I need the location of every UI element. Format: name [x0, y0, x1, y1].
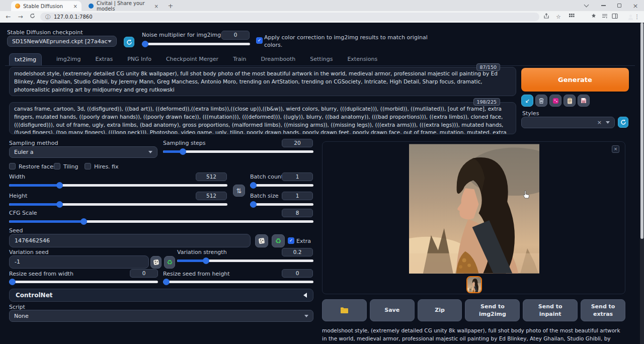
extra-seed-checkbox[interactable] — [288, 237, 294, 244]
share-icon[interactable] — [542, 13, 550, 21]
random-seed-button[interactable] — [255, 234, 268, 247]
tab-img2img[interactable]: img2img — [56, 56, 81, 65]
reuse-variation-seed-button[interactable]: ♻ — [164, 256, 175, 269]
height-slider[interactable] — [9, 201, 227, 208]
forward-icon[interactable]: → — [16, 13, 25, 21]
restore-faces-checkbox[interactable] — [9, 163, 16, 169]
tab-txt2img[interactable]: txt2img — [9, 53, 42, 65]
sampling-steps-slider[interactable] — [163, 148, 313, 155]
site-info-icon[interactable]: ⓘ — [45, 14, 50, 21]
tiling-checkbox[interactable] — [54, 163, 60, 169]
swap-width-height-button[interactable]: ⇅ — [233, 185, 245, 197]
bookmark-star-icon[interactable]: ☆ — [554, 13, 562, 21]
tab-checkpoint-merger[interactable]: Checkpoint Merger — [166, 56, 218, 65]
sampling-steps-value[interactable]: 20 — [282, 139, 313, 147]
save-style-button[interactable] — [578, 95, 590, 107]
batch-size-slider[interactable] — [250, 201, 313, 208]
refresh-icon — [126, 39, 132, 45]
style-copy-button[interactable] — [564, 95, 576, 107]
reload-icon[interactable] — [28, 13, 37, 21]
address-bar[interactable]: ⓘ 127.0.0.1:7860 — [40, 13, 539, 21]
open-folder-button[interactable] — [322, 299, 367, 321]
variation-strength-slider[interactable] — [177, 257, 313, 264]
save-button[interactable]: Save — [370, 299, 415, 321]
tab-extensions[interactable]: Extensions — [347, 56, 377, 65]
gallery-thumbnail[interactable] — [466, 276, 482, 293]
back-icon[interactable]: ← — [4, 13, 13, 21]
cfg-scale-slider[interactable] — [9, 218, 313, 225]
resize-seed-height-label: Resize seed from height — [163, 271, 230, 277]
prompt-tool-buttons: ↙ — [521, 95, 590, 107]
color-correction-checkbox[interactable] — [256, 37, 263, 44]
checkpoint-refresh-button[interactable] — [124, 37, 134, 47]
variation-strength-value[interactable]: 0.2 — [282, 248, 313, 256]
styles-refresh-button[interactable] — [618, 117, 628, 128]
tab-extras[interactable]: Extras — [95, 56, 113, 65]
zip-button[interactable]: Zip — [418, 299, 462, 321]
browser-tab-stable-diffusion[interactable]: Stable Diffusion × — [11, 1, 82, 11]
clear-prompt-button[interactable] — [535, 95, 547, 107]
send-to-extras-button[interactable]: Send to extras — [581, 299, 625, 321]
script-dropdown[interactable]: None — [9, 310, 313, 322]
variation-seed-input[interactable]: -1 — [9, 255, 149, 269]
resize-seed-height-slider[interactable] — [163, 279, 313, 285]
sampling-method-dropdown[interactable]: Euler a — [9, 146, 157, 158]
batch-size-value[interactable]: 1 — [282, 192, 313, 200]
width-value[interactable]: 512 — [196, 173, 227, 181]
tab-png-info[interactable]: PNG Info — [127, 56, 151, 65]
generate-button[interactable]: Generate — [521, 68, 629, 92]
random-variation-seed-button[interactable] — [150, 256, 162, 269]
send-to-img2img-button[interactable]: Send to img2img — [465, 299, 520, 321]
reuse-seed-button[interactable]: ♻ — [272, 234, 285, 247]
resize-seed-height-value[interactable]: 0 — [282, 269, 313, 278]
batch-count-value[interactable]: 1 — [282, 173, 313, 181]
styles-clear-icon[interactable] — [597, 119, 602, 126]
send-to-inpaint-button[interactable]: Send to inpaint — [523, 299, 578, 321]
generated-image[interactable] — [409, 144, 539, 274]
tab-dreambooth[interactable]: Dreambooth — [261, 56, 296, 65]
tab-close-icon[interactable]: × — [154, 4, 158, 9]
variation-seed-label: Variation seed — [9, 249, 49, 255]
batch-count-slider[interactable] — [250, 182, 313, 189]
window-close-button[interactable]: × — [628, 0, 643, 11]
noise-multiplier-slider[interactable] — [142, 41, 250, 47]
extension-blue-icon[interactable] — [579, 13, 587, 21]
screen: Stable Diffusion × Civitai | Share your … — [0, 0, 644, 344]
resize-seed-width-value[interactable]: 0 — [130, 269, 158, 278]
resize-seed-width-slider[interactable] — [9, 279, 158, 285]
prompt-input[interactable]: modelshoot style, (extremely detailed CG… — [9, 67, 516, 96]
extensions-puzzle-icon[interactable] — [590, 13, 598, 21]
paste-params-button[interactable]: ↙ — [521, 95, 533, 107]
gallery-close-button[interactable] — [612, 145, 619, 153]
tab-train[interactable]: Train — [233, 56, 246, 65]
style-apply-button[interactable] — [549, 95, 561, 107]
styles-dropdown[interactable] — [521, 117, 615, 128]
window-menu-chevron-icon[interactable] — [579, 0, 594, 11]
tab-settings[interactable]: Settings — [310, 56, 333, 65]
folder-icon — [340, 307, 349, 314]
apps-grid-icon[interactable] — [568, 13, 576, 21]
cfg-scale-value[interactable]: 8 — [282, 209, 313, 217]
reading-list-icon[interactable] — [601, 13, 609, 21]
tab-close-icon[interactable]: × — [73, 4, 77, 9]
page-scrollbar[interactable] — [640, 23, 644, 344]
browser-menu-dots-icon[interactable]: ⋮ — [633, 13, 641, 21]
browser-tab-civitai[interactable]: Civitai | Share your models × — [85, 1, 163, 11]
height-value[interactable]: 512 — [196, 192, 227, 200]
width-slider[interactable] — [9, 182, 227, 189]
new-tab-button[interactable]: + — [166, 2, 175, 11]
seed-input[interactable]: 1476462546 — [9, 234, 251, 247]
profile-avatar[interactable] — [623, 13, 631, 21]
checkpoint-dropdown[interactable]: SD15NewVAEpruned.ckpt [27a4ac756c] — [7, 36, 117, 47]
noise-multiplier-value[interactable]: 0 — [221, 31, 250, 40]
negative-prompt-input[interactable]: canvas frame, cartoon, 3d, ((disfigured)… — [9, 102, 516, 134]
chevron-down-icon — [148, 151, 152, 153]
window-maximize-button[interactable] — [612, 0, 627, 11]
side-panel-icon[interactable] — [611, 13, 619, 21]
scrollbar-thumb[interactable] — [640, 23, 643, 239]
batch-size-label: Batch size — [250, 193, 278, 199]
hires-fix-checkbox[interactable] — [85, 163, 91, 169]
controlnet-accordion[interactable]: ControlNet — [9, 289, 313, 302]
negative-token-counter: 198/225 — [473, 98, 500, 106]
window-minimize-button[interactable] — [596, 0, 611, 11]
